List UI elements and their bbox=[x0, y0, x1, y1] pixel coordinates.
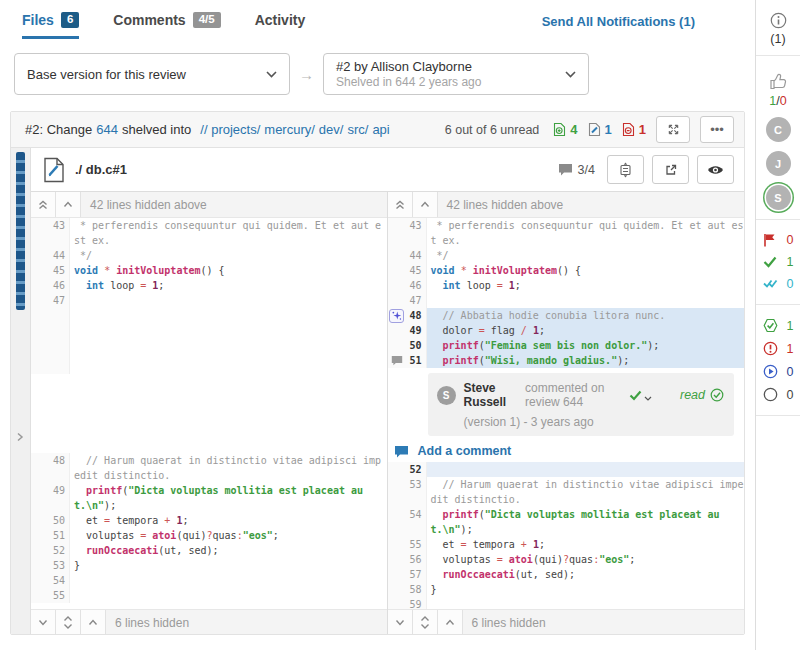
line-number: 44 bbox=[406, 248, 427, 263]
expand-file-list-icon[interactable] bbox=[16, 432, 24, 442]
base-version-select[interactable]: Base version for this review bbox=[14, 53, 290, 95]
diff-pane-right: 42 lines hidden above 43 * perferendis c… bbox=[388, 192, 745, 635]
expand-all-below-button[interactable] bbox=[413, 610, 438, 635]
add-comment-button[interactable]: Add a comment bbox=[388, 440, 745, 462]
code-text: */ bbox=[427, 248, 745, 263]
info-icon[interactable] bbox=[770, 12, 787, 29]
tests-passed-count: 1 bbox=[787, 319, 794, 333]
check-icon bbox=[629, 390, 642, 401]
code-text: runOccaecati(ut, sed); bbox=[427, 567, 745, 582]
hidden-lines-below-label: 6 lines hidden bbox=[115, 616, 189, 630]
ai-sparkle-icon[interactable] bbox=[389, 309, 404, 323]
avatar[interactable]: J bbox=[766, 151, 791, 176]
expand-below-button[interactable] bbox=[31, 610, 56, 635]
thumbs-up-icon[interactable] bbox=[769, 73, 788, 90]
send-all-notifications-link[interactable]: Send All Notifications (1) bbox=[542, 14, 695, 37]
target-version-select[interactable]: #2 by Allison Clayborne Shelved in 644 2… bbox=[323, 53, 589, 95]
files-edited-count: 1 bbox=[588, 122, 612, 137]
code-line-45: 45void * initVoluptatem() { bbox=[31, 263, 387, 278]
line-number: 55 bbox=[406, 537, 427, 552]
code-text: printf("Wisi, mando gladius."); bbox=[427, 353, 745, 368]
tests-notrun-row[interactable]: 0 bbox=[763, 387, 794, 402]
code-text: printf("Dicta voluptas mollitia est plac… bbox=[427, 507, 745, 537]
change-number-link[interactable]: 644 bbox=[96, 122, 118, 137]
collapse-button[interactable] bbox=[81, 610, 106, 635]
code-line-50: 50 printf("Femina sem bis non dolor."); bbox=[388, 338, 745, 353]
expand-above-button[interactable] bbox=[56, 192, 81, 217]
file-area: ./ db.c#1 3/4 bbox=[11, 148, 744, 635]
addressed-count: 1 bbox=[787, 255, 794, 269]
unread-status: 6 out of 6 unread bbox=[445, 123, 540, 137]
file-name[interactable]: ./ db.c#1 bbox=[75, 162, 127, 177]
comment-card: S Steve Russell commented on review 644 … bbox=[428, 373, 735, 436]
tests-passed-row[interactable]: 1 bbox=[763, 318, 794, 333]
file-scroll-indicator[interactable] bbox=[16, 152, 25, 310]
code-text bbox=[70, 573, 387, 588]
version-selectors: Base version for this review → #2 by All… bbox=[14, 53, 755, 95]
expand-all-above-button[interactable] bbox=[388, 192, 413, 217]
hidden-lines-above-label: 42 lines hidden above bbox=[447, 198, 564, 212]
tab-comments[interactable]: Comments 4/5 bbox=[113, 12, 220, 39]
collapse-button[interactable] bbox=[438, 610, 463, 635]
code-line-49: 49 printf("Dicta voluptas mollitia est p… bbox=[31, 483, 387, 513]
target-version-title: #2 by Allison Clayborne bbox=[336, 59, 557, 74]
avatar-current-reviewer[interactable]: S bbox=[766, 185, 791, 210]
line-number: 52 bbox=[49, 543, 70, 558]
addressed-tasks-row[interactable]: 1 bbox=[763, 255, 794, 269]
fullscreen-button[interactable] bbox=[656, 116, 690, 143]
comment-marker-icon[interactable] bbox=[391, 355, 403, 366]
tab-files[interactable]: Files 6 bbox=[22, 12, 79, 39]
tests-failed-row[interactable]: 1 bbox=[763, 341, 794, 356]
tab-activity[interactable]: Activity bbox=[255, 12, 306, 39]
breadcrumb-link[interactable]: src/ bbox=[347, 122, 368, 137]
resolve-comment-dropdown[interactable] bbox=[629, 389, 652, 401]
file-comment-count[interactable]: 3/4 bbox=[558, 163, 595, 177]
read-check-icon bbox=[710, 388, 724, 402]
expand-all-below-button[interactable] bbox=[56, 610, 81, 635]
more-options-button[interactable]: ••• bbox=[700, 116, 734, 143]
flagged-tasks-row[interactable]: 0 bbox=[763, 233, 794, 247]
tests-running-row[interactable]: 0 bbox=[763, 364, 794, 379]
code-text: void * initVoluptatem() { bbox=[70, 263, 387, 278]
breadcrumb-link[interactable]: dev/ bbox=[319, 122, 344, 137]
mark-read-button[interactable] bbox=[697, 155, 734, 184]
expand-below-button[interactable] bbox=[388, 610, 413, 635]
avatar[interactable]: S bbox=[437, 386, 456, 405]
code-text: runOccaecati(ut, sed); bbox=[70, 543, 387, 558]
avatar[interactable]: C bbox=[766, 117, 791, 142]
code-text: et = tempora + 1; bbox=[70, 513, 387, 528]
double-check-icon bbox=[763, 278, 778, 290]
code-text: // Abbatia hodie conubia litora nunc. bbox=[427, 308, 745, 323]
code-line-49: 49 dolor = flag / 1; bbox=[388, 323, 745, 338]
verified-tasks-row[interactable]: 0 bbox=[763, 277, 794, 291]
divider bbox=[756, 219, 800, 220]
code-line-48: 48 // Harum quaerat in distinctio vitae … bbox=[31, 453, 387, 483]
code-line-51: 51 printf("Wisi, mando gladius."); bbox=[388, 353, 745, 368]
diff-view: 42 lines hidden above 43 * perferendis c… bbox=[31, 192, 744, 635]
open-file-button[interactable] bbox=[652, 155, 689, 184]
line-number: 54 bbox=[49, 573, 70, 588]
code-line-50: 50 et = tempora + 1; bbox=[31, 513, 387, 528]
breadcrumb-link[interactable]: mercury/ bbox=[264, 122, 315, 137]
code-text: } bbox=[70, 558, 387, 573]
code-line-52: 52 bbox=[388, 462, 745, 477]
code-line-45: 45void * initVoluptatem() { bbox=[388, 263, 745, 278]
code-text: dolor = flag / 1; bbox=[427, 323, 745, 338]
line-number: 53 bbox=[49, 558, 70, 573]
line-number: 51 bbox=[49, 528, 70, 543]
expand-all-above-button[interactable] bbox=[31, 192, 56, 217]
line-number: 54 bbox=[406, 507, 427, 537]
read-toggle[interactable]: read bbox=[680, 388, 724, 402]
expand-above-button[interactable] bbox=[413, 192, 438, 217]
circle-icon bbox=[763, 387, 778, 402]
code-line-58: 58} bbox=[388, 582, 745, 597]
breadcrumb-link[interactable]: api bbox=[372, 122, 389, 137]
file-header: ./ db.c#1 3/4 bbox=[31, 148, 744, 192]
breadcrumb-link[interactable]: // projects/ bbox=[200, 122, 260, 137]
code-text: et = tempora + 1; bbox=[427, 537, 745, 552]
arrow-right-icon: → bbox=[299, 66, 314, 83]
line-number: 50 bbox=[49, 513, 70, 528]
files-deleted-count: 1 bbox=[622, 122, 646, 137]
inline-diff-toggle-button[interactable] bbox=[607, 155, 644, 184]
code-line-53: 53 // Harum quaerat in distinctio vitae … bbox=[388, 477, 745, 507]
